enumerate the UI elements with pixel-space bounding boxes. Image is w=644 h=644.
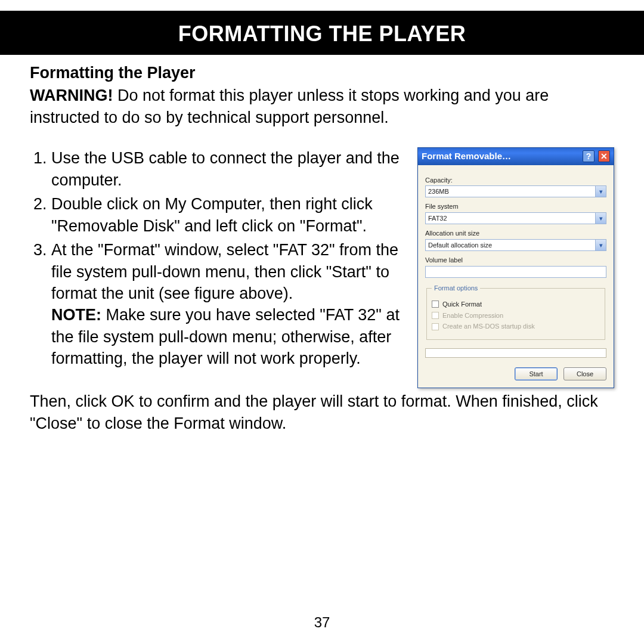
dialog-button-row: Start Close — [425, 367, 606, 380]
file-system-label: File system — [425, 202, 606, 211]
page-title: FORMATTING THE PLAYER — [178, 21, 466, 46]
dialog-titlebar[interactable]: Format Removable… ? ✕ — [418, 148, 614, 165]
step-3: At the "Format" window, select "FAT 32" … — [51, 239, 400, 370]
chevron-down-icon[interactable]: ▾ — [595, 213, 606, 224]
close-button[interactable]: Close — [564, 367, 606, 380]
quick-format-checkbox[interactable] — [432, 301, 439, 308]
msdos-disk-label: Create an MS-DOS startup disk — [442, 322, 535, 331]
dialog-title: Format Removable… — [422, 150, 579, 162]
capacity-value: 236MB — [428, 187, 449, 196]
page-number: 37 — [0, 614, 644, 631]
quick-format-row[interactable]: Quick Format — [432, 300, 600, 309]
allocation-select[interactable]: Default allocation size ▾ — [425, 239, 606, 251]
note-label: NOTE: — [51, 306, 101, 324]
instruction-column: Use the USB cable to connect the player … — [30, 147, 400, 371]
file-system-select[interactable]: FAT32 ▾ — [425, 212, 606, 224]
chevron-down-icon[interactable]: ▾ — [595, 240, 606, 250]
step-3-continuation: Then, click OK to confirm and the player… — [30, 391, 614, 434]
capacity-select[interactable]: 236MB ▾ — [425, 185, 606, 197]
msdos-disk-row: Create an MS-DOS startup disk — [432, 322, 600, 331]
enable-compression-label: Enable Compression — [442, 311, 503, 320]
enable-compression-checkbox — [432, 312, 439, 319]
step-1: Use the USB cable to connect the player … — [51, 147, 400, 191]
allocation-value: Default allocation size — [428, 241, 492, 250]
page-title-bar: FORMATTING THE PLAYER — [0, 11, 644, 55]
chevron-down-icon[interactable]: ▾ — [595, 186, 606, 197]
capacity-label: Capacity: — [425, 176, 606, 185]
section-heading: Formatting the Player — [30, 62, 614, 83]
content-area: Formatting the Player WARNING! Do not fo… — [0, 55, 644, 434]
close-icon[interactable]: ✕ — [598, 150, 610, 162]
progress-bar — [425, 348, 606, 358]
format-options-legend: Format options — [432, 284, 480, 293]
step-3-text-b: Make sure you have selected "FAT 32" at … — [51, 306, 400, 367]
step-2: Double click on My Computer, then right … — [51, 193, 400, 237]
quick-format-label: Quick Format — [442, 300, 482, 309]
volume-label-label: Volume label — [425, 256, 606, 265]
volume-label-input[interactable] — [425, 266, 606, 278]
steps-list: Use the USB cable to connect the player … — [30, 147, 400, 369]
allocation-label: Allocation unit size — [425, 229, 606, 238]
warning-paragraph: WARNING! Do not format this player unles… — [30, 85, 614, 128]
msdos-disk-checkbox — [432, 323, 439, 330]
format-options-group: Format options Quick Format Enable Compr… — [426, 284, 605, 340]
start-button[interactable]: Start — [515, 367, 558, 380]
help-icon[interactable]: ? — [583, 150, 595, 162]
format-dialog: Format Removable… ? ✕ Capacity: 236MB ▾ … — [417, 147, 614, 388]
dialog-body: Capacity: 236MB ▾ File system FAT32 ▾ Al… — [418, 165, 614, 388]
start-button-label: Start — [529, 370, 543, 379]
file-system-value: FAT32 — [428, 214, 447, 223]
warning-label: WARNING! — [30, 86, 113, 104]
step-3-text-a: At the "Format" window, select "FAT 32" … — [51, 241, 398, 302]
enable-compression-row: Enable Compression — [432, 311, 600, 320]
close-button-label: Close — [577, 370, 593, 379]
